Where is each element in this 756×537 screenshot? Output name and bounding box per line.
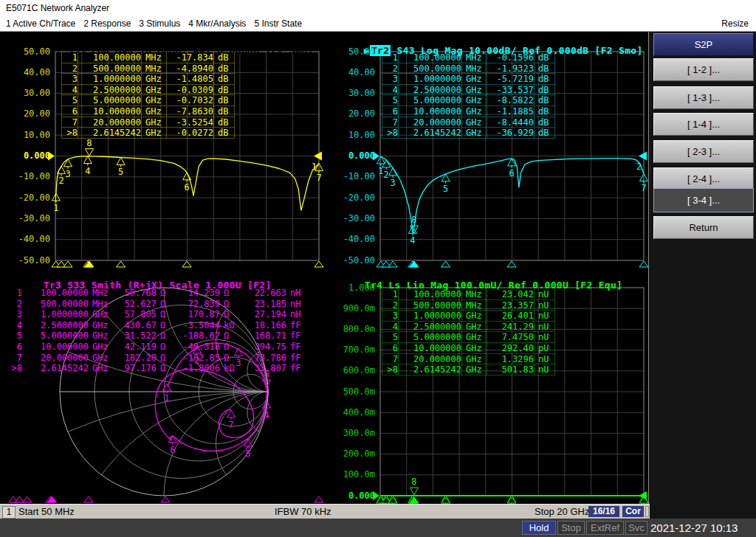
start-frequency-label: Start 50 MHz — [18, 506, 75, 517]
hold-indicator: Hold — [522, 521, 556, 535]
menu-resize[interactable]: Resize — [721, 18, 749, 29]
stop-frequency-label: Stop 20 GHz — [535, 506, 589, 517]
softkey-3-4[interactable]: [ 3-4 ]... — [653, 188, 754, 212]
tr3-marker-7-label: 7 — [228, 420, 233, 430]
tr2-marker-6-label: 6 — [509, 168, 514, 179]
tr2-marker-5-label: 5 — [443, 184, 448, 194]
tr1-marker-1-label: 1 — [53, 203, 58, 213]
tr1-marker-6-label: 6 — [184, 182, 189, 193]
tr2-marker-3: 3 — [389, 168, 397, 188]
tr1-marker-3-label: 3 — [65, 169, 70, 179]
softkey-2-4[interactable]: [ 2-4 ]... — [653, 167, 754, 190]
tr1-marker-3-triangle-icon — [64, 159, 72, 167]
tr2-marker-8: 8 — [410, 215, 418, 233]
tr1-stimulus-marker-icon — [117, 261, 126, 267]
stop-indicator: Stop — [557, 521, 585, 535]
tr1-marker-2: 2 — [58, 166, 66, 186]
window-title-bar: E5071C Network Analyzer — [0, 0, 756, 16]
tr2-marker-1-triangle-icon — [377, 156, 385, 164]
channel-number-badge: 1 — [2, 506, 16, 519]
correction-badge: Cor — [622, 506, 644, 517]
sweep-count-badge: 16/16 — [588, 506, 619, 517]
smith-x-circle — [0, 0, 756, 392]
tr1-marker-8-flag-icon — [85, 149, 93, 156]
datetime-display: 2021-12-27 10:13 — [650, 521, 738, 535]
tr3-marker-3-label: 3 — [236, 358, 241, 368]
tr4-marker-8-flag-icon — [410, 488, 418, 495]
smith-x-arcs — [0, 0, 756, 537]
tr2-marker-7-label: 7 — [641, 183, 646, 193]
tr2-stimulus-marker-icon — [639, 261, 648, 267]
tr1-marker-8: 8 — [85, 138, 93, 156]
tr3-marker-7: 7 — [227, 410, 235, 430]
tr1-marker-7-label: 7 — [316, 173, 321, 183]
smith-x-circle — [216, 392, 320, 496]
tr2-marker-8-label: 8 — [411, 215, 416, 225]
analyzer-screen: E5071C Network Analyzer 1 Active Ch/Trac… — [0, 0, 756, 537]
tr2-stimulus-marker-icon — [507, 261, 516, 267]
tr3-stimulus-marker-icon — [15, 496, 24, 502]
smith-x-circle — [60, 0, 476, 392]
corner-filler — [650, 504, 756, 519]
menu-item-stimulus[interactable]: 3 Stimulus — [139, 18, 180, 29]
tr1-marker-4: 4 — [83, 156, 92, 176]
tr3-marker-7-triangle-icon — [227, 410, 235, 418]
tr1-stimulus-marker-icon — [182, 261, 191, 267]
tr1-marker-3: 3 — [64, 159, 72, 179]
channel-status-bar: 1 Start 50 MHz IFBW 70 kHz Stop 20 GHz 1… — [0, 504, 650, 519]
tr2-grid — [380, 52, 644, 260]
tr4-grid — [380, 288, 644, 496]
tr4-marker-8: 8 — [410, 477, 418, 495]
tr2-ref-arrow-right-icon — [639, 152, 647, 161]
tr1-stimulus-marker-icon — [315, 261, 323, 267]
tr3-stimulus-marker-icon — [315, 496, 323, 502]
ifbw-label: IFBW 70 kHz — [275, 506, 331, 517]
tr3-trace — [155, 343, 267, 451]
tr2-stimulus-marker-icon — [388, 261, 397, 267]
tr1-marker-2-label: 2 — [58, 176, 63, 186]
tr2-stimulus-marker-icon — [441, 261, 450, 267]
tr2-marker-2-label: 2 — [383, 170, 388, 180]
softkey-sidebar: S2P[ 1-2 ]...[ 1-3 ]...[ 1-4 ]...[ 2-3 ]… — [648, 32, 756, 504]
softkey-1-4[interactable]: [ 1-4 ]... — [653, 113, 754, 136]
tr3-marker-8-label: 8 — [264, 369, 269, 379]
tr3-marker-2-label: 2 — [194, 356, 199, 366]
instrument-status-bar: Hold Stop ExtRef Svc 2021-12-27 10:13 — [0, 519, 756, 537]
tr3-marker-1-label: 1 — [164, 393, 169, 403]
menu-bar: 1 Active Ch/Trace2 Response3 Stimulus4 M… — [0, 16, 756, 32]
tr3-marker-6-label: 6 — [170, 445, 175, 455]
window-title: E5071C Network Analyzer — [6, 3, 109, 13]
extref-indicator: ExtRef — [586, 521, 624, 535]
tr2-marker-3-label: 3 — [390, 178, 395, 188]
smith-chart — [0, 0, 756, 537]
tr3-stimulus-marker-icon — [161, 496, 170, 502]
tr1-marker-5-label: 5 — [118, 167, 123, 177]
menu-item-active[interactable]: 1 Active Ch/Trace — [6, 18, 75, 29]
tr1-stimulus-marker-icon — [63, 261, 72, 267]
tr1-ref-arrow-right-icon — [314, 152, 322, 161]
menu-item-mkr-analysis[interactable]: 4 Mkr/Analysis — [188, 18, 246, 29]
menu-item-response[interactable]: 2 Response — [83, 18, 131, 29]
tr1-ref-arrow-left-icon — [48, 152, 55, 161]
tr3-stimulus-marker-icon — [23, 496, 32, 502]
menu-item-instr[interactable]: 5 Instr State — [254, 18, 302, 29]
tr1-marker-5-triangle-icon — [117, 157, 125, 164]
tr3-marker-5-label: 5 — [245, 448, 250, 459]
plots-canvas: 112345678212345678123456788 — [0, 0, 756, 537]
tr2-marker-4-label: 4 — [410, 235, 415, 246]
softkey-2-3[interactable]: [ 2-3 ]... — [653, 140, 754, 163]
tr1-marker-5: 5 — [117, 157, 125, 177]
status-stub-box — [645, 506, 649, 517]
tr3-stimulus-marker-icon — [84, 496, 93, 502]
tr4-marker-8-label: 8 — [411, 477, 416, 487]
tr1-marker-4-label: 4 — [85, 166, 90, 176]
tr1-marker-8-label: 8 — [86, 138, 92, 148]
svc-indicator: Svc — [625, 521, 647, 535]
tr1-marker-4-triangle-icon — [83, 156, 92, 164]
tr2-ref-arrow-left-icon — [373, 152, 379, 161]
softkey-1-3[interactable]: [ 1-3 ]... — [653, 86, 754, 109]
softkey-s2p[interactable]: S2P — [653, 33, 754, 56]
softkey-return[interactable]: Return — [653, 216, 754, 239]
tr3-marker-4-label: 4 — [264, 410, 269, 420]
softkey-1-2[interactable]: [ 1-2 ]... — [653, 58, 754, 81]
